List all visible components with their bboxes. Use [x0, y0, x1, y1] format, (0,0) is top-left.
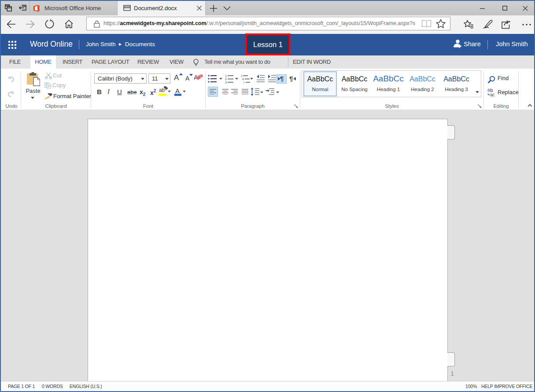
- svg-text:b: b: [490, 88, 493, 93]
- svg-text:1: 1: [225, 74, 227, 77]
- svg-text:2: 2: [225, 77, 227, 81]
- svg-text:a: a: [242, 77, 244, 81]
- svg-text:i: i: [244, 81, 244, 84]
- svg-text:ac: ac: [490, 92, 495, 97]
- svg-text:3: 3: [225, 81, 227, 84]
- svg-text:1: 1: [241, 74, 243, 77]
